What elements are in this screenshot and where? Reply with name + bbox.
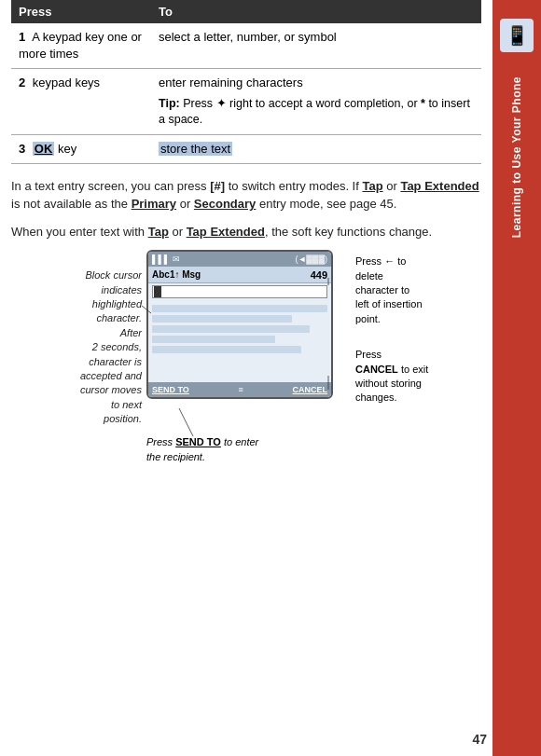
screen-line <box>152 336 275 343</box>
screen-bottom-bar: SEND TO ≡ CANCEL <box>148 382 331 397</box>
screen-cancel: CANCEL <box>292 385 327 394</box>
phone-screen-container: ▌▌▌ ✉ (◄▓▓▓) Abc1↑ Msg 449 <box>146 250 328 399</box>
callout-left-text: Block cursorindicateshighlightedcharacte… <box>80 269 142 424</box>
sidebar-label: Learning to Use Your Phone <box>510 76 523 238</box>
screen-top-bar: ▌▌▌ ✉ (◄▓▓▓) <box>148 252 331 267</box>
svg-line-3 <box>179 408 193 436</box>
callout-right-lower-text: PressCANCEL to exitwithout storingchange… <box>355 349 428 403</box>
screen-battery: (◄▓▓▓) <box>295 254 327 264</box>
table-cell-to-1: select a letter, number, or symbol <box>151 23 481 69</box>
table-cell-to-2: enter remaining characters Tip: Press ✦ … <box>151 69 481 134</box>
tip-text: Press ✦ right to accept a word completio… <box>159 97 470 127</box>
page-number: 47 <box>472 732 487 747</box>
row-num-2: 2 <box>19 76 25 89</box>
callout-left: Block cursorindicateshighlightedcharacte… <box>11 268 142 426</box>
phone-screen: ▌▌▌ ✉ (◄▓▓▓) Abc1↑ Msg 449 <box>146 250 333 399</box>
table-header-press: Press <box>11 0 151 23</box>
table-cell-press-3: 3 OK key <box>11 134 151 163</box>
tip-box: Tip: Press ✦ right to accept a word comp… <box>159 96 474 129</box>
callout-right-upper-text: Press ← todeletecharacter toleft of inse… <box>355 255 423 324</box>
screen-signal: ▌▌▌ ✉ <box>152 254 180 264</box>
table-cell-to-3: store the text <box>151 134 481 163</box>
row-press-text-2: keypad keys <box>33 76 100 89</box>
main-content: Press To 1 A keypad key one or more time… <box>0 0 492 475</box>
table-row: 1 A keypad key one or more times select … <box>11 23 481 69</box>
row-num-1: 1 <box>19 30 25 44</box>
key-table: Press To 1 A keypad key one or more time… <box>11 0 481 164</box>
row-press-text-1: A keypad key one or more times <box>19 30 142 61</box>
phone-icon: 📱 <box>500 19 534 52</box>
tip-label: Tip: <box>159 97 180 110</box>
table-cell-press-2: 2 keypad keys <box>11 69 151 134</box>
screen-line <box>152 346 301 353</box>
screen-line <box>152 305 327 312</box>
screen-line <box>152 325 310 333</box>
screen-mode: Abc1↑ Msg <box>152 269 201 280</box>
callout-right-upper: Press ← todeletecharacter toleft of inse… <box>355 254 481 326</box>
screen-send-to: SEND TO <box>152 385 189 394</box>
screen-count: 449 <box>311 269 327 281</box>
screen-msg-bar: Abc1↑ Msg 449 <box>148 267 331 283</box>
callout-bottom: Press SEND TO to enterthe recipient. <box>146 435 333 464</box>
diagram-area: Block cursorindicateshighlightedcharacte… <box>11 250 481 464</box>
callout-bottom-text: Press SEND TO to enterthe recipient. <box>146 436 258 461</box>
row-to-text-2: enter remaining characters <box>159 76 303 89</box>
table-row: 3 OK key store the text <box>11 134 481 163</box>
ok-key: OK <box>33 142 55 156</box>
callout-right-lower: PressCANCEL to exitwithout storingchange… <box>355 348 481 405</box>
row-press-suffix-3: key <box>58 142 76 156</box>
row-num-3: 3 <box>19 142 25 156</box>
cursor-block <box>154 286 161 297</box>
row-to-text-3: store the text <box>159 142 232 156</box>
table-cell-press-1: 1 A keypad key one or more times <box>11 23 151 69</box>
screen-lines <box>148 300 331 358</box>
sidebar: 📱 Learning to Use Your Phone <box>492 0 541 756</box>
table-row: 2 keypad keys enter remaining characters… <box>11 69 481 134</box>
paragraph-2: When you enter text with Tap or Tap Exte… <box>11 223 481 241</box>
screen-cursor-line <box>152 285 327 298</box>
table-header-to: To <box>151 0 481 23</box>
paragraph-1: In a text entry screen, you can press [#… <box>11 177 481 213</box>
screen-mid: ≡ <box>239 385 243 394</box>
screen-line <box>152 315 292 323</box>
